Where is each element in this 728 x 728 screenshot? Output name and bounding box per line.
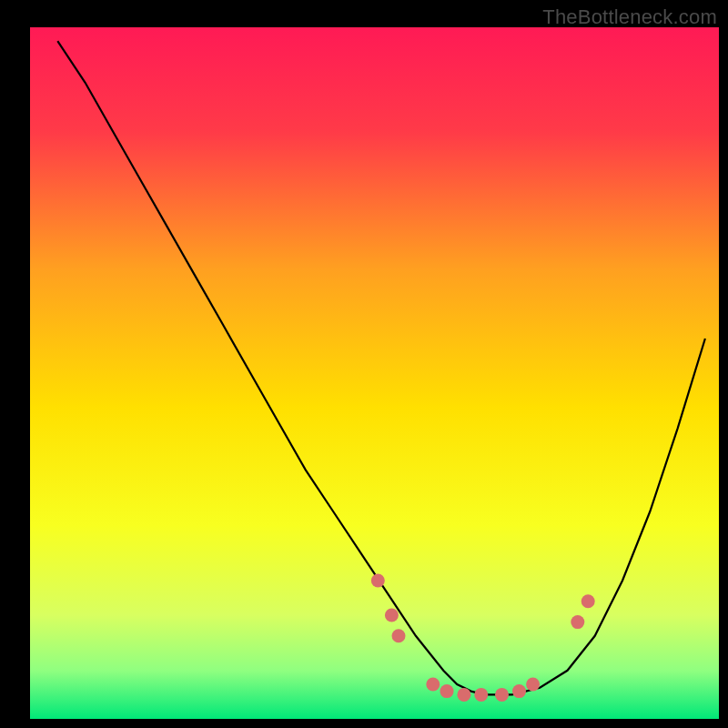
marker-point bbox=[440, 684, 454, 698]
marker-point bbox=[392, 629, 406, 642]
plot-background bbox=[30, 27, 719, 719]
chart-svg bbox=[0, 0, 728, 728]
marker-point bbox=[581, 594, 595, 608]
marker-point bbox=[474, 688, 488, 702]
marker-point bbox=[426, 678, 440, 692]
watermark-text: TheBottleneck.com bbox=[542, 5, 717, 29]
marker-point bbox=[495, 688, 509, 702]
chart-container: TheBottleneck.com bbox=[0, 0, 728, 728]
marker-point bbox=[526, 678, 540, 692]
marker-point bbox=[457, 688, 470, 702]
marker-point bbox=[385, 609, 399, 622]
marker-point bbox=[571, 615, 584, 629]
marker-point bbox=[371, 574, 385, 588]
marker-point bbox=[512, 684, 526, 698]
